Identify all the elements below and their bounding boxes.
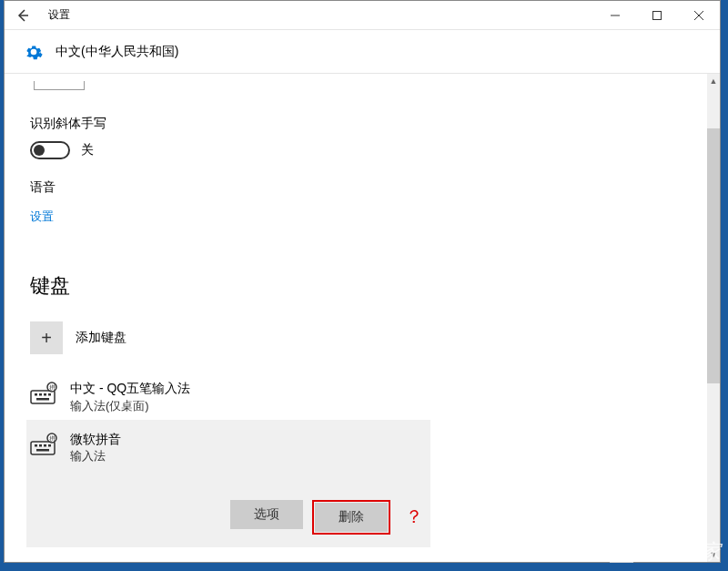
svg-rect-4 bbox=[44, 393, 46, 396]
svg-text:拼: 拼 bbox=[49, 435, 56, 442]
svg-rect-1 bbox=[31, 391, 55, 403]
add-keyboard-button[interactable]: + 添加键盘 bbox=[30, 321, 685, 354]
vertical-scrollbar[interactable]: ▲ ▼ bbox=[707, 74, 720, 562]
svg-rect-13 bbox=[48, 444, 51, 447]
keyboard-name: 微软拼音 bbox=[70, 431, 121, 449]
page-title: 中文(中华人民共和国) bbox=[56, 44, 178, 60]
titlebar: 设置 bbox=[5, 1, 720, 30]
maximize-button[interactable] bbox=[636, 1, 678, 30]
svg-rect-0 bbox=[653, 11, 662, 19]
gear-icon bbox=[25, 43, 43, 61]
keyboard-item[interactable]: 拼 中文 - QQ五笔输入法 输入法(仅桌面) bbox=[30, 374, 685, 420]
remove-button[interactable]: 删除 bbox=[315, 503, 388, 532]
svg-rect-12 bbox=[44, 444, 46, 447]
svg-rect-9 bbox=[31, 442, 55, 454]
svg-rect-6 bbox=[36, 398, 49, 401]
settings-window: 设置 中文(中华人民共和国) 识别斜体手写 bbox=[4, 0, 721, 563]
plus-icon: + bbox=[30, 321, 63, 354]
handwriting-label: 识别斜体手写 bbox=[30, 116, 685, 132]
close-icon bbox=[694, 11, 703, 20]
scroll-up-icon[interactable]: ▲ bbox=[707, 74, 720, 88]
scroll-down-icon[interactable]: ▼ bbox=[707, 547, 720, 562]
window-title: 设置 bbox=[48, 7, 70, 23]
toggle-knob-icon bbox=[34, 145, 45, 156]
keyboard-icon: 拼 bbox=[30, 382, 57, 405]
keyboard-name: 中文 - QQ五笔输入法 bbox=[70, 380, 190, 398]
svg-text:拼: 拼 bbox=[49, 384, 56, 391]
minimize-icon bbox=[611, 11, 620, 20]
keyboards-heading: 键盘 bbox=[30, 272, 685, 300]
options-button[interactable]: 选项 bbox=[230, 500, 303, 529]
keyboard-actions: 选项 删除 ？ bbox=[30, 500, 427, 535]
handwriting-toggle[interactable] bbox=[30, 141, 70, 159]
partial-box bbox=[34, 81, 85, 90]
keyboard-sub: 输入法(仅桌面) bbox=[70, 398, 190, 414]
content-area: 识别斜体手写 关 语音 设置 键盘 + 添加键盘 拼 bbox=[5, 74, 711, 562]
question-mark-annotation: ？ bbox=[405, 505, 423, 529]
svg-rect-5 bbox=[48, 393, 51, 396]
content-wrapper: 识别斜体手写 关 语音 设置 键盘 + 添加键盘 拼 bbox=[5, 74, 720, 562]
close-button[interactable] bbox=[678, 1, 720, 30]
add-keyboard-label: 添加键盘 bbox=[76, 330, 126, 346]
keyboard-icon: 拼 bbox=[30, 433, 57, 456]
svg-rect-3 bbox=[39, 393, 42, 396]
voice-settings-link[interactable]: 设置 bbox=[30, 209, 54, 225]
back-arrow-icon bbox=[15, 8, 30, 23]
back-button[interactable] bbox=[5, 1, 41, 30]
keyboard-item-text: 中文 - QQ五笔输入法 输入法(仅桌面) bbox=[70, 380, 190, 414]
highlight-annotation: 删除 bbox=[312, 500, 390, 535]
keyboard-item-text: 微软拼音 输入法 bbox=[70, 431, 121, 465]
page-header: 中文(中华人民共和国) bbox=[5, 30, 720, 74]
voice-label: 语音 bbox=[30, 179, 685, 196]
svg-rect-11 bbox=[39, 444, 42, 447]
handwriting-toggle-row: 关 bbox=[30, 141, 685, 159]
svg-rect-14 bbox=[36, 449, 49, 452]
window-controls bbox=[594, 1, 720, 30]
keyboard-item-selected[interactable]: 拼 微软拼音 输入法 选项 删除 ？ bbox=[26, 420, 430, 547]
keyboard-sub: 输入法 bbox=[70, 448, 121, 464]
handwriting-state: 关 bbox=[81, 142, 94, 158]
svg-rect-2 bbox=[35, 393, 37, 396]
maximize-icon bbox=[652, 11, 662, 20]
scroll-thumb[interactable] bbox=[707, 128, 720, 383]
svg-rect-10 bbox=[35, 444, 37, 447]
minimize-button[interactable] bbox=[594, 1, 636, 30]
